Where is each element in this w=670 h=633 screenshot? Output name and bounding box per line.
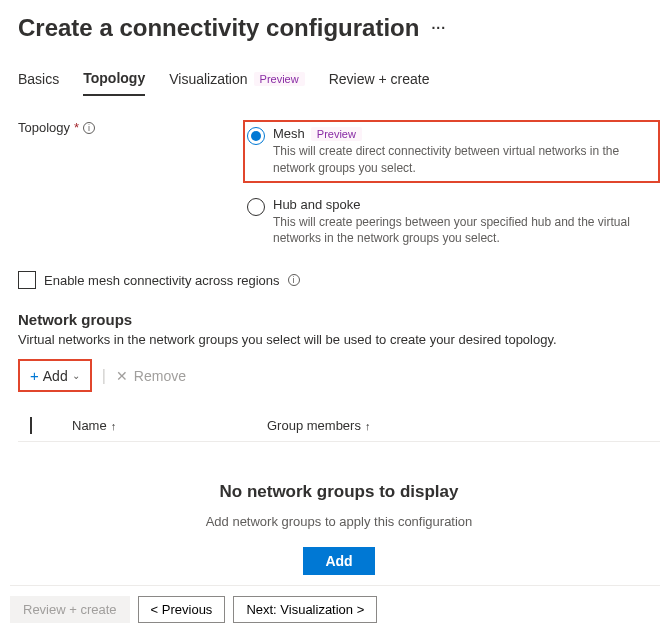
add-label: Add bbox=[43, 368, 68, 384]
sort-arrow-icon: ↑ bbox=[111, 420, 117, 432]
preview-badge: Preview bbox=[254, 72, 305, 86]
tab-topology[interactable]: Topology bbox=[83, 70, 145, 96]
tab-visualization[interactable]: Visualization Preview bbox=[169, 70, 304, 96]
close-icon: ✕ bbox=[116, 368, 128, 384]
select-all-checkbox[interactable] bbox=[30, 417, 32, 434]
sort-arrow-icon: ↑ bbox=[365, 420, 371, 432]
network-groups-description: Virtual networks in the network groups y… bbox=[18, 332, 660, 347]
column-members-label: Group members bbox=[267, 418, 361, 433]
hub-title: Hub and spoke bbox=[273, 197, 360, 212]
add-button-highlight: + Add ⌄ bbox=[18, 359, 92, 392]
tab-basics[interactable]: Basics bbox=[18, 70, 59, 96]
empty-state-title: No network groups to display bbox=[18, 482, 660, 502]
radio-mesh[interactable] bbox=[247, 127, 265, 145]
table-header: Name ↑ Group members ↑ bbox=[18, 410, 660, 442]
more-actions-button[interactable]: ··· bbox=[431, 20, 446, 36]
chevron-down-icon: ⌄ bbox=[72, 370, 80, 381]
mesh-title: Mesh bbox=[273, 126, 305, 141]
plus-icon: + bbox=[30, 367, 39, 384]
column-members-header[interactable]: Group members ↑ bbox=[267, 418, 370, 433]
radio-hub[interactable] bbox=[247, 198, 265, 216]
info-icon[interactable]: i bbox=[288, 274, 300, 286]
toolbar-separator: | bbox=[102, 367, 106, 385]
previous-button[interactable]: < Previous bbox=[138, 596, 226, 623]
next-button[interactable]: Next: Visualization > bbox=[233, 596, 377, 623]
network-groups-header: Network groups bbox=[18, 311, 660, 328]
mesh-cross-region-checkbox[interactable] bbox=[18, 271, 36, 289]
page-title: Create a connectivity configuration bbox=[18, 14, 419, 42]
tab-bar: Basics Topology Visualization Preview Re… bbox=[18, 70, 660, 96]
empty-add-button[interactable]: Add bbox=[303, 547, 374, 575]
add-network-group-button[interactable]: + Add ⌄ bbox=[22, 363, 88, 388]
info-icon[interactable]: i bbox=[83, 122, 95, 134]
radio-option-mesh[interactable]: Mesh Preview This will create direct con… bbox=[243, 120, 660, 183]
topology-label: Topology bbox=[18, 120, 70, 135]
mesh-description: This will create direct connectivity bet… bbox=[273, 143, 656, 177]
remove-network-group-button[interactable]: ✕ Remove bbox=[116, 368, 186, 384]
tab-visualization-label: Visualization bbox=[169, 71, 247, 87]
required-marker: * bbox=[74, 120, 79, 135]
column-name-label: Name bbox=[72, 418, 107, 433]
empty-state-description: Add network groups to apply this configu… bbox=[18, 514, 660, 529]
column-name-header[interactable]: Name ↑ bbox=[72, 418, 267, 433]
tab-review[interactable]: Review + create bbox=[329, 70, 430, 96]
review-create-button: Review + create bbox=[10, 596, 130, 623]
radio-option-hub[interactable]: Hub and spoke This will create peerings … bbox=[243, 191, 660, 254]
preview-badge: Preview bbox=[311, 127, 362, 141]
remove-label: Remove bbox=[134, 368, 186, 384]
hub-description: This will create peerings between your s… bbox=[273, 214, 656, 248]
mesh-cross-region-label: Enable mesh connectivity across regions bbox=[44, 273, 280, 288]
